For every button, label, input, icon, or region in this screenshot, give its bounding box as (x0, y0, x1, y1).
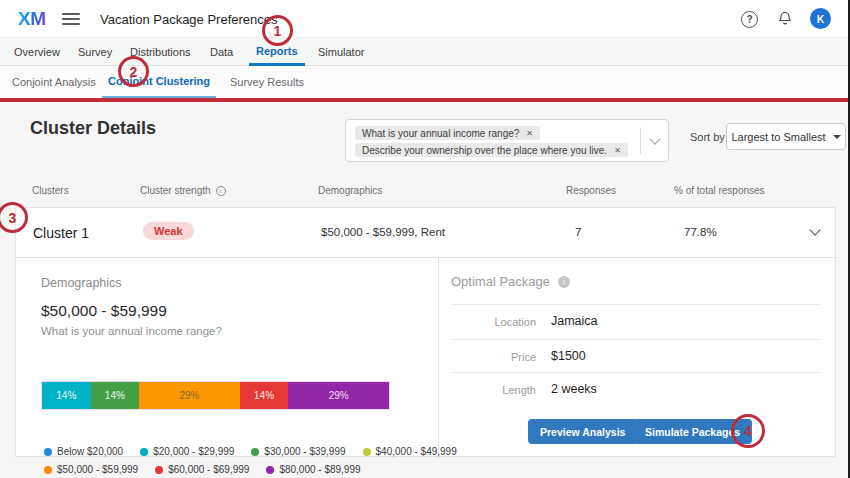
package-attr-value: 2 weeks (551, 382, 597, 396)
legend-dot-icon (363, 448, 371, 456)
divider (451, 372, 821, 373)
hamburger-menu-icon[interactable] (62, 13, 80, 25)
legend-label: $50,000 - $59,999 (57, 464, 138, 475)
tab-simulator[interactable]: Simulator (318, 38, 364, 66)
legend-label: $80,000 - $89,999 (279, 464, 360, 475)
legend-item: $40,000 - $49,999 (363, 446, 457, 457)
package-attr-value: Jamaica (551, 314, 598, 328)
legend-item: $60,000 - $69,999 (155, 464, 249, 475)
legend-dot-icon (266, 466, 274, 474)
legend-label: $30,000 - $39,999 (264, 446, 345, 457)
legend-row: Below $20,000$20,000 - $29,999$30,000 - … (44, 446, 457, 457)
col-header-responses: Responses (566, 185, 616, 196)
cluster-detail-panel: Demographics $50,000 - $59,999 What is y… (15, 257, 836, 457)
demographics-filter-combobox[interactable]: What is your annual income range? Descri… (345, 119, 669, 162)
legend-item: $80,000 - $89,999 (266, 464, 360, 475)
subtab-conjoint-analysis[interactable]: Conjoint Analysis (12, 66, 96, 98)
app-window: XM Vacation Package Preferences K Overvi… (0, 0, 850, 478)
legend-label: $40,000 - $49,999 (376, 446, 457, 457)
legend-dot-icon (44, 466, 52, 474)
tab-survey[interactable]: Survey (78, 38, 112, 66)
project-title: Vacation Package Preferences (100, 12, 278, 27)
info-icon[interactable] (216, 186, 226, 196)
legend-item: $50,000 - $59,999 (44, 464, 138, 475)
caret-down-icon (833, 135, 841, 139)
annotation-circle-1: 1 (262, 15, 293, 46)
info-icon[interactable] (558, 276, 570, 288)
divider (438, 258, 439, 456)
user-avatar[interactable]: K (810, 8, 831, 29)
chevron-down-icon[interactable] (649, 133, 660, 144)
package-attr-label: Price (451, 351, 536, 363)
demographics-section-title: Demographics (41, 276, 122, 290)
filter-chip-label: What is your annual income range? (362, 128, 519, 139)
demographics-top-value: $50,000 - $59,999 (41, 302, 167, 320)
sort-dropdown-value: Largest to Smallest (731, 131, 825, 143)
help-icon[interactable] (741, 11, 758, 28)
legend-row: $50,000 - $59,999$60,000 - $69,999$80,00… (44, 464, 361, 475)
tab-data[interactable]: Data (210, 38, 233, 66)
row-collapse-chevron-icon[interactable] (809, 224, 820, 235)
annotation-circle-2: 2 (118, 56, 149, 87)
divider (640, 127, 641, 154)
legend-item: Below $20,000 (44, 446, 123, 457)
legend-item: $30,000 - $39,999 (251, 446, 345, 457)
cluster-demographics: $50,000 - $59,999, Rent (321, 226, 445, 238)
cluster-row[interactable]: Cluster 1 Weak $50,000 - $59,999, Rent 7… (15, 207, 836, 258)
notifications-bell-icon[interactable] (777, 10, 793, 31)
col-header-clusters: Clusters (32, 185, 69, 196)
filter-chip[interactable]: Describe your ownership over the place w… (355, 143, 628, 157)
legend-dot-icon (44, 448, 52, 456)
package-attr-value: $1500 (551, 349, 586, 363)
divider (451, 339, 821, 340)
xm-logo[interactable]: XM (18, 8, 46, 30)
legend-label: Below $20,000 (57, 446, 123, 457)
optimal-package-title: Optimal Package (451, 274, 570, 289)
cluster-strength-badge: Weak (143, 222, 194, 240)
page-title: Cluster Details (30, 118, 156, 139)
preview-analysis-button[interactable]: Preview Analysis (528, 419, 637, 444)
filter-chip-label: Describe your ownership over the place w… (362, 145, 607, 156)
bar-segment: 14% (240, 382, 289, 409)
filter-chip[interactable]: What is your annual income range? (355, 126, 540, 140)
annotation-red-line (0, 98, 850, 102)
legend-dot-icon (140, 448, 148, 456)
legend-dot-icon (155, 466, 163, 474)
legend-item: $20,000 - $29,999 (140, 446, 234, 457)
col-header-demographics: Demographics (318, 185, 382, 196)
tab-overview[interactable]: Overview (14, 38, 60, 66)
legend-dot-icon (251, 448, 259, 456)
col-header-cluster-strength: Cluster strength (140, 185, 226, 196)
annotation-circle-4: 4 (731, 414, 765, 448)
bar-segment: 29% (139, 382, 240, 409)
sort-by-label: Sort by (690, 131, 725, 143)
package-attr-label: Location (451, 316, 536, 328)
stacked-bar: 14%14%29%14%29% (42, 382, 389, 409)
top-header: XM Vacation Package Preferences K (0, 0, 850, 38)
cluster-pct-total: 77.8% (684, 226, 717, 238)
divider (451, 304, 821, 305)
col-header-pct-total: % of total responses (674, 185, 765, 196)
cluster-name: Cluster 1 (33, 225, 89, 241)
subtab-survey-results[interactable]: Survey Results (230, 66, 304, 98)
cluster-responses: 7 (575, 226, 581, 238)
package-attr-label: Length (451, 384, 536, 396)
legend-label: $20,000 - $29,999 (153, 446, 234, 457)
chip-remove-icon[interactable] (614, 146, 621, 155)
demographics-question: What is your annual income range? (41, 325, 222, 337)
bar-segment: 14% (91, 382, 140, 409)
bar-segment: 14% (42, 382, 91, 409)
chip-remove-icon[interactable] (526, 129, 533, 138)
sort-dropdown[interactable]: Largest to Smallest (726, 123, 846, 150)
legend-label: $60,000 - $69,999 (168, 464, 249, 475)
bar-segment: 29% (288, 382, 389, 409)
